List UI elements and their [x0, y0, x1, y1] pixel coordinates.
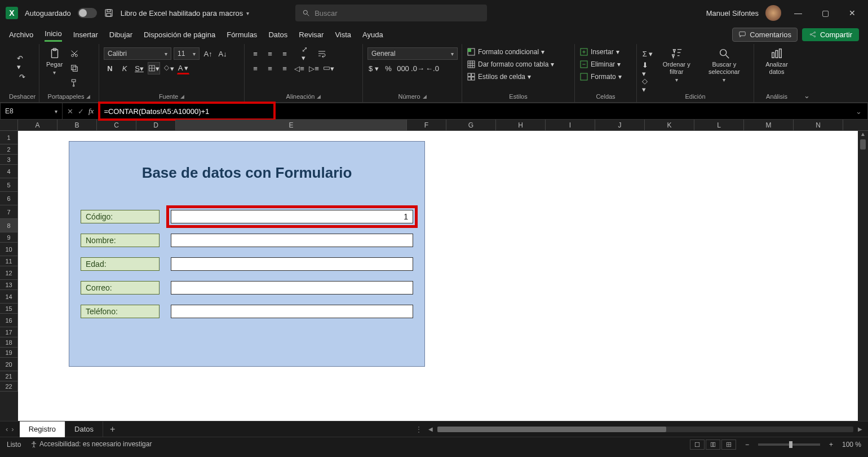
- redo-button[interactable]: ↷: [16, 71, 29, 84]
- col-header[interactable]: G: [446, 120, 496, 130]
- cancel-formula-icon[interactable]: ✕: [67, 107, 73, 116]
- row-header[interactable]: 4: [0, 165, 18, 178]
- col-header[interactable]: E: [176, 120, 407, 130]
- tab-disposicion[interactable]: Disposición de página: [144, 28, 215, 41]
- row-header[interactable]: 14: [0, 290, 18, 304]
- tab-vista[interactable]: Vista: [335, 28, 351, 41]
- number-dialog-launcher[interactable]: ◢: [423, 94, 427, 99]
- search-box[interactable]: Buscar: [295, 5, 487, 21]
- tab-dibujar[interactable]: Dibujar: [109, 28, 132, 41]
- select-all-button[interactable]: [0, 120, 18, 130]
- copy-button[interactable]: [68, 62, 81, 74]
- row-header[interactable]: 9: [0, 232, 18, 243]
- col-header[interactable]: K: [645, 120, 694, 130]
- bold-button[interactable]: N: [104, 62, 116, 74]
- field-input-correo[interactable]: [171, 281, 413, 295]
- row-header[interactable]: 2: [0, 144, 18, 155]
- col-header[interactable]: D: [136, 120, 176, 130]
- tab-datos[interactable]: Datos: [268, 28, 287, 41]
- format-painter-button[interactable]: [68, 77, 81, 89]
- wrap-text-button[interactable]: [316, 47, 328, 60]
- accessibility-status[interactable]: Accesibilidad: es necesario investigar: [30, 440, 152, 449]
- collapse-ribbon-button[interactable]: ⌄: [799, 89, 814, 102]
- row-header[interactable]: 10: [0, 243, 18, 256]
- col-header[interactable]: H: [496, 120, 546, 130]
- row-header[interactable]: 13: [0, 280, 18, 290]
- row-header[interactable]: 1: [0, 131, 18, 144]
- row-header[interactable]: 8: [0, 219, 18, 232]
- autosum-button[interactable]: Σ ▾: [641, 47, 654, 60]
- sort-filter-button[interactable]: Ordenar y filtrar▾: [657, 47, 696, 84]
- align-bottom-button[interactable]: ≡: [278, 47, 291, 60]
- row-header[interactable]: 19: [0, 348, 18, 358]
- row-header[interactable]: 12: [0, 266, 18, 280]
- row-header[interactable]: 18: [0, 337, 18, 348]
- share-button[interactable]: Compartir: [802, 28, 859, 41]
- percent-format-button[interactable]: %: [382, 62, 395, 74]
- row-header[interactable]: 15: [0, 304, 18, 314]
- field-input-edad[interactable]: [171, 257, 413, 271]
- col-header[interactable]: C: [97, 120, 136, 130]
- font-color-button[interactable]: A ▾: [177, 62, 189, 74]
- clipboard-dialog-launcher[interactable]: ◢: [86, 94, 90, 99]
- underline-button[interactable]: S ▾: [133, 62, 145, 74]
- row-header[interactable]: 17: [0, 327, 18, 337]
- format-cells-button[interactable]: Formato ▾: [579, 72, 622, 81]
- alignment-dialog-launcher[interactable]: ◢: [317, 94, 321, 99]
- find-select-button[interactable]: Buscar y seleccionar▾: [699, 47, 749, 84]
- fill-button[interactable]: ⬇ ▾: [641, 63, 654, 76]
- conditional-format-button[interactable]: Formato condicional ▾: [467, 47, 544, 56]
- next-sheet-button[interactable]: ›: [11, 425, 14, 433]
- cut-button[interactable]: [68, 47, 81, 60]
- col-header[interactable]: F: [407, 120, 446, 130]
- row-header[interactable]: 5: [0, 178, 18, 192]
- fill-color-button[interactable]: ▾: [162, 62, 175, 74]
- zoom-level[interactable]: 100 %: [842, 441, 861, 449]
- comma-format-button[interactable]: 000: [397, 62, 409, 74]
- analyze-data-button[interactable]: Analizar datos: [759, 47, 795, 76]
- row-header[interactable]: 22: [0, 381, 18, 392]
- row-header[interactable]: 3: [0, 155, 18, 165]
- font-name-dropdown[interactable]: Calibri▾: [104, 47, 171, 60]
- save-icon[interactable]: [104, 8, 114, 18]
- comments-button[interactable]: Comentarios: [732, 28, 798, 42]
- add-sheet-button[interactable]: +: [103, 424, 122, 434]
- delete-cells-button[interactable]: Eliminar ▾: [579, 60, 621, 69]
- col-header[interactable]: L: [694, 120, 744, 130]
- align-left-button[interactable]: ≡: [249, 62, 262, 74]
- decrease-decimal-button[interactable]: ←.0: [426, 62, 439, 74]
- increase-indent-button[interactable]: ▷≡: [308, 62, 320, 74]
- increase-font-button[interactable]: A↑: [202, 47, 214, 60]
- decrease-indent-button[interactable]: ◁≡: [293, 62, 305, 74]
- font-dialog-launcher[interactable]: ◢: [180, 94, 184, 99]
- tab-revisar[interactable]: Revisar: [299, 28, 324, 41]
- field-input-telefono[interactable]: [171, 305, 413, 318]
- name-box[interactable]: E8▾: [1, 103, 63, 119]
- col-header[interactable]: J: [595, 120, 645, 130]
- font-size-dropdown[interactable]: 11▾: [174, 47, 200, 60]
- row-header[interactable]: 11: [0, 256, 18, 266]
- normal-view-button[interactable]: [690, 440, 705, 450]
- vertical-scrollbar[interactable]: ▲: [858, 131, 868, 421]
- field-input-nombre[interactable]: [171, 234, 413, 247]
- page-break-view-button[interactable]: [721, 440, 736, 450]
- clear-button[interactable]: ◇ ▾: [641, 79, 654, 91]
- zoom-out-button[interactable]: −: [745, 441, 749, 449]
- merge-button[interactable]: ▾: [322, 62, 335, 74]
- format-as-table-button[interactable]: Dar formato como tabla ▾: [467, 60, 554, 69]
- close-button[interactable]: ✕: [842, 5, 862, 21]
- tab-inicio[interactable]: Inicio: [45, 27, 61, 42]
- paste-button[interactable]: Pegar ▾: [44, 47, 65, 76]
- expand-formula-bar-button[interactable]: ⌄: [850, 107, 867, 116]
- tab-formulas[interactable]: Fórmulas: [227, 28, 257, 41]
- tab-archivo[interactable]: Archivo: [9, 28, 33, 41]
- col-header[interactable]: I: [546, 120, 595, 130]
- tab-ayuda[interactable]: Ayuda: [362, 28, 383, 41]
- horizontal-scrollbar[interactable]: ◀ ▶: [423, 426, 868, 432]
- align-center-button[interactable]: ≡: [264, 62, 276, 74]
- increase-decimal-button[interactable]: .0→: [411, 62, 424, 74]
- number-format-dropdown[interactable]: General▾: [367, 47, 458, 60]
- autosave-toggle[interactable]: [78, 8, 97, 18]
- minimize-button[interactable]: —: [788, 5, 808, 21]
- user-name[interactable]: Manuel Sifontes: [706, 9, 759, 17]
